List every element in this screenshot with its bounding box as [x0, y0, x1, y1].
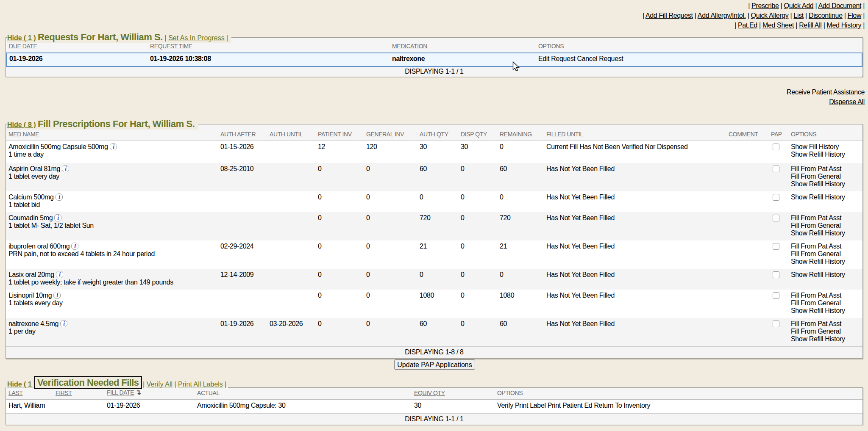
svg-text:i: i: [113, 144, 114, 150]
svg-text:i: i: [58, 194, 60, 200]
svg-text:i: i: [58, 215, 59, 221]
svg-text:i: i: [74, 243, 76, 249]
svg-text:i: i: [59, 271, 61, 278]
svg-text:i: i: [65, 166, 67, 172]
svg-text:i: i: [57, 292, 58, 298]
svg-text:i: i: [63, 320, 65, 327]
